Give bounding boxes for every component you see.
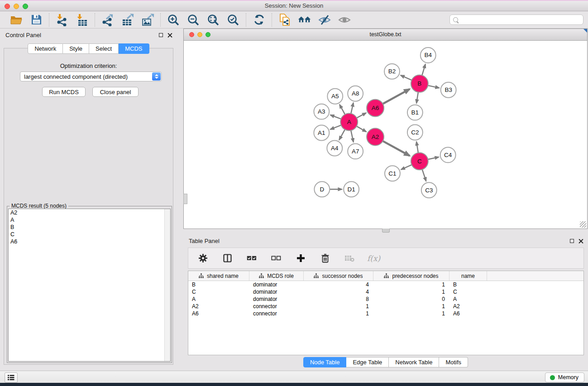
cell-name[interactable]: A6 [449, 310, 487, 317]
edge-B-B1[interactable] [416, 92, 418, 103]
show-network-overview-button[interactable] [298, 13, 311, 27]
cell-shared-name[interactable]: C [188, 289, 249, 295]
search-input[interactable] [460, 16, 580, 24]
search-field[interactable] [449, 14, 583, 25]
splitter-handle-bottom[interactable] [382, 229, 390, 233]
tab-network[interactable]: Network [28, 43, 63, 54]
column-header-predecessor-nodes[interactable]: predecessor nodes [373, 271, 449, 281]
column-header-mcds-role[interactable]: MCDS role [249, 271, 304, 281]
edge-B-B2[interactable] [401, 75, 411, 80]
hide-selected-button[interactable] [318, 13, 331, 27]
close-panel-button[interactable]: Close panel [92, 87, 139, 97]
node-C1[interactable]: C1 [385, 166, 400, 181]
table-row[interactable]: Bdominator41B [188, 281, 583, 288]
export-table-button[interactable] [121, 13, 134, 27]
edge-A6-B[interactable] [383, 89, 410, 104]
network-canvas[interactable]: B4B2BB3A5A8A6A3B1AA1C2A2A4A7C4CC1C3DD1 [184, 41, 587, 229]
network-minimize-button[interactable] [197, 32, 202, 37]
cell-mcds-role[interactable]: connector [249, 303, 304, 310]
network-window-titlebar[interactable]: testGlobe.txt [184, 29, 587, 41]
cell-name[interactable]: A [449, 296, 487, 302]
node-B3[interactable]: B3 [441, 82, 456, 98]
cell-mcds-role[interactable]: dominator [249, 281, 304, 288]
splitter-handle-left[interactable] [183, 194, 187, 204]
import-table-button[interactable] [75, 13, 89, 27]
node-A6[interactable]: A6 [367, 100, 384, 117]
resize-grip[interactable] [580, 221, 586, 228]
add-column-button[interactable] [294, 252, 307, 265]
cell-successor-nodes[interactable]: 4 [304, 281, 373, 288]
column-header-shared-name[interactable]: shared name [188, 271, 249, 281]
column-browser-button[interactable] [220, 252, 234, 265]
table-row[interactable]: Adominator80A [188, 295, 583, 303]
node-C[interactable]: C [411, 152, 428, 170]
cell-successor-nodes[interactable]: 8 [304, 296, 373, 302]
node-C4[interactable]: C4 [440, 147, 456, 162]
node-B[interactable]: B [411, 75, 428, 92]
table-row[interactable]: A2connector11A2 [188, 303, 583, 310]
result-item[interactable]: A2 [9, 209, 170, 216]
export-network-button[interactable] [101, 13, 115, 27]
tab-network-table[interactable]: Network Table [389, 357, 439, 367]
cell-predecessor-nodes[interactable]: 1 [373, 303, 449, 310]
cell-shared-name[interactable]: A2 [188, 303, 249, 310]
edge-A2-C[interactable] [383, 141, 410, 156]
cell-successor-nodes[interactable]: 4 [304, 289, 373, 295]
network-close-button[interactable] [189, 32, 194, 37]
edge-A-A7[interactable] [351, 130, 354, 142]
edge-A-A1[interactable] [330, 125, 341, 129]
memory-button[interactable]: Memory [545, 372, 584, 382]
close-window-button[interactable] [5, 4, 10, 9]
edge-A-A5[interactable] [339, 105, 345, 114]
cell-mcds-role[interactable]: connector [249, 310, 304, 317]
open-session-button[interactable] [10, 13, 23, 27]
cell-predecessor-nodes[interactable]: 1 [373, 281, 449, 288]
cell-predecessor-nodes[interactable]: 0 [373, 296, 449, 302]
zoom-selected-button[interactable] [226, 13, 240, 27]
cell-successor-nodes[interactable]: 1 [304, 303, 373, 310]
minimize-window-button[interactable] [14, 4, 19, 9]
show-hidden-button[interactable] [338, 13, 351, 27]
edge-B-B3[interactable] [428, 86, 439, 88]
import-network-button[interactable] [55, 13, 69, 27]
select-all-columns-button[interactable] [245, 252, 258, 265]
cell-predecessor-nodes[interactable]: 1 [373, 310, 449, 317]
cell-mcds-role[interactable]: dominator [249, 289, 304, 295]
new-network-from-selection-button[interactable] [278, 13, 292, 27]
zoom-window-button[interactable] [23, 4, 28, 9]
result-scrollbar[interactable] [164, 209, 170, 361]
network-graph[interactable]: B4B2BB3A5A8A6A3B1AA1C2A2A4A7C4CC1C3DD1 [184, 41, 587, 229]
cell-mcds-role[interactable]: dominator [249, 296, 304, 302]
zoom-out-button[interactable] [186, 13, 200, 27]
edge-C-C1[interactable] [401, 165, 411, 170]
table-row[interactable]: Cdominator41C [188, 288, 583, 295]
edge-A-A6[interactable] [357, 113, 366, 118]
cell-successor-nodes[interactable]: 1 [304, 310, 373, 317]
zoom-fit-button[interactable] [206, 13, 220, 27]
run-mcds-button[interactable]: Run MCDS [42, 87, 86, 97]
cell-name[interactable]: A2 [449, 303, 487, 310]
delete-column-button[interactable] [318, 252, 332, 265]
node-A2[interactable]: A2 [367, 129, 384, 146]
node-D1[interactable]: D1 [344, 181, 359, 197]
tab-edge-table[interactable]: Edge Table [346, 357, 389, 367]
column-header-successor-nodes[interactable]: successor nodes [304, 271, 373, 281]
edge-B-B4[interactable] [422, 64, 425, 76]
node-C3[interactable]: C3 [421, 182, 437, 198]
criterion-dropdown[interactable]: largest connected component (directed) [20, 71, 162, 81]
node-A1[interactable]: A1 [314, 125, 329, 141]
edge-A-A4[interactable] [339, 129, 345, 140]
result-item[interactable]: C [9, 231, 170, 238]
edge-C-C3[interactable] [422, 169, 426, 181]
edge-C-C4[interactable] [428, 157, 439, 159]
close-panel-icon[interactable] [578, 238, 583, 243]
cell-shared-name[interactable]: B [188, 281, 249, 288]
edge-C-C2[interactable] [416, 142, 418, 152]
node-B2[interactable]: B2 [384, 64, 400, 79]
node-A8[interactable]: A8 [348, 86, 363, 101]
tab-select[interactable]: Select [89, 43, 119, 54]
table-row[interactable]: A6connector11A6 [188, 310, 583, 317]
cell-name[interactable]: C [449, 289, 487, 295]
cell-shared-name[interactable]: A6 [188, 310, 249, 317]
tab-style[interactable]: Style [63, 43, 89, 54]
